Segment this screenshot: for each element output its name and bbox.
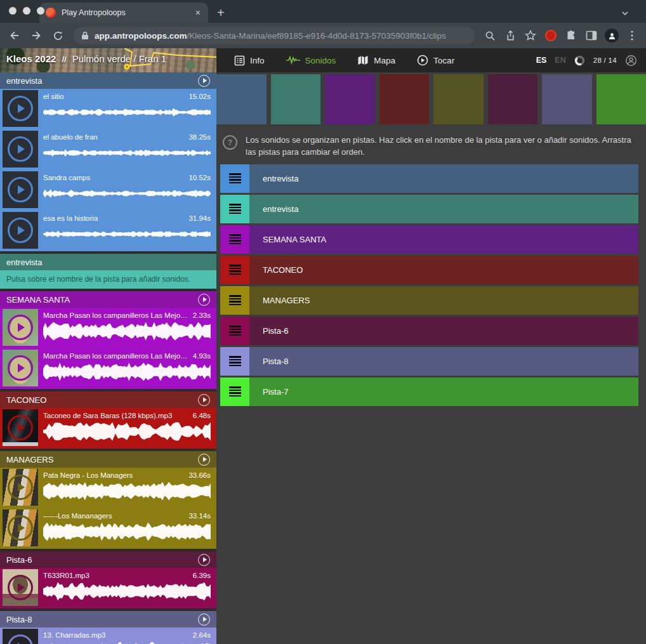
sound-clip[interactable]: Taconeo de Sara Baras (128 kbps).mp3 6.4… [0, 408, 216, 449]
sound-clip[interactable]: Marcha Pasan los campanilleros Las Mejor… [0, 308, 216, 348]
track-row[interactable]: Pista-6 [220, 317, 638, 345]
track-row[interactable]: MANAGERS [220, 286, 638, 315]
share-icon[interactable] [501, 27, 519, 44]
track-header[interactable]: entrevista [0, 254, 216, 270]
track-play-icon[interactable] [198, 614, 210, 626]
clip-play-button[interactable] [8, 218, 33, 243]
track-row[interactable]: entrevista [220, 164, 638, 193]
new-tab-button[interactable]: + [217, 6, 225, 19]
extensions-puzzle-icon[interactable] [562, 27, 580, 44]
lang-es-button[interactable]: ES [536, 56, 547, 65]
track-color-swatch[interactable] [216, 74, 267, 124]
drag-handle-icon[interactable] [220, 164, 249, 193]
sound-clip[interactable]: Sandra camps 10.52s [0, 170, 216, 211]
track-color-swatch[interactable] [271, 74, 321, 124]
clip-play-button[interactable] [8, 634, 33, 644]
drag-handle-icon[interactable] [220, 225, 249, 254]
track-play-icon[interactable] [198, 454, 210, 466]
clip-play-button[interactable] [8, 575, 33, 600]
track-play-icon[interactable] [198, 75, 210, 87]
window-controls[interactable] [9, 7, 44, 15]
track-header[interactable]: SEMANA SANTA [0, 291, 216, 308]
side-panel-icon[interactable] [583, 27, 600, 44]
track-color-swatch[interactable] [379, 74, 430, 124]
track-row[interactable]: Pista-7 [220, 378, 638, 406]
sidebar-track-section: Pista-6 T633R01.mp3 6.39s [0, 551, 216, 608]
drag-handle-icon[interactable] [220, 256, 249, 284]
clip-play-button[interactable] [8, 515, 33, 541]
track-header[interactable]: MANAGERS [0, 451, 216, 468]
reload-icon[interactable] [48, 26, 67, 45]
track-row-name[interactable]: Pista-8 [249, 347, 638, 376]
sound-clip[interactable]: el abuelo de fran 38.25s [0, 129, 216, 170]
track-row-name[interactable]: TACONEO [249, 256, 638, 284]
track-row-name[interactable]: entrevista [249, 195, 638, 223]
project-cover-photo[interactable]: Kleos 2022 // Pulmón verde / Fran 1 [0, 48, 216, 72]
back-icon[interactable] [5, 26, 24, 45]
browser-menu-dots-icon[interactable] [623, 27, 641, 44]
clip-duration: 38.25s [188, 133, 211, 141]
account-icon[interactable] [625, 55, 637, 67]
track-header[interactable]: Pista-8 [0, 611, 216, 628]
track-color-swatch[interactable] [433, 74, 484, 124]
track-color-swatch[interactable] [488, 74, 538, 124]
drag-handle-icon[interactable] [220, 378, 249, 406]
sound-clip[interactable]: 13. Charradas.mp3 2.64s [0, 628, 216, 644]
clip-play-button[interactable] [8, 136, 33, 162]
forward-icon[interactable] [27, 26, 46, 45]
track-row[interactable]: TACONEO [220, 256, 638, 284]
project-title[interactable]: Kleos 2022 [6, 53, 56, 64]
track-play-icon[interactable] [198, 554, 210, 566]
track-row-name[interactable]: MANAGERS [249, 286, 638, 315]
track-row[interactable]: SEMANA SANTA [220, 225, 638, 254]
loop-title: Pulmón verde / Fran 1 [72, 53, 166, 64]
tab-info[interactable]: Info [225, 48, 274, 72]
drag-handle-icon[interactable] [220, 195, 249, 223]
track-header[interactable]: TACONEO [0, 391, 216, 408]
tab-sonidos[interactable]: Sonidos [277, 48, 345, 72]
track-hint: Pulsa sobre el nombre de la pista para a… [0, 270, 216, 289]
clip-play-button[interactable] [8, 315, 33, 340]
drag-handle-icon[interactable] [220, 347, 249, 376]
zoom-page-icon[interactable] [481, 27, 499, 44]
clip-play-button[interactable] [8, 355, 33, 381]
tab-tocar[interactable]: Tocar [408, 48, 463, 72]
track-color-swatch[interactable] [542, 74, 592, 124]
close-window-button[interactable] [9, 7, 16, 15]
sound-clip[interactable]: Marcha Pasan los campanilleros Las Mejor… [0, 348, 216, 389]
sound-clip[interactable]: esa es la historia 31.94s [0, 211, 216, 251]
clip-play-button[interactable] [8, 415, 33, 440]
drag-handle-icon[interactable] [220, 286, 249, 315]
bookmark-star-icon[interactable] [522, 27, 539, 44]
track-header[interactable]: entrevista [0, 72, 216, 89]
clip-play-button[interactable] [8, 475, 33, 500]
address-bar[interactable]: app.antropoloops.com/Kleos-Santa-Marina/… [74, 27, 475, 44]
track-row-name[interactable]: entrevista [249, 164, 638, 193]
track-play-icon[interactable] [198, 394, 210, 406]
track-color-swatch[interactable] [597, 74, 646, 124]
track-header[interactable]: Pista-6 [0, 551, 216, 568]
drag-handle-icon[interactable] [220, 317, 249, 345]
sound-clip[interactable]: ------Los Mananagers 33.14s [0, 508, 216, 549]
profile-avatar[interactable] [603, 27, 621, 44]
track-play-icon[interactable] [198, 294, 210, 306]
tab-search-chevron-icon[interactable] [621, 9, 630, 18]
track-row-name[interactable]: SEMANA SANTA [249, 225, 638, 254]
track-row-name[interactable]: Pista-6 [249, 317, 638, 345]
track-row-name[interactable]: Pista-7 [249, 378, 638, 406]
track-row[interactable]: Pista-8 [220, 347, 638, 376]
sound-clip[interactable]: Pata Negra - Los Managers 33.66s [0, 468, 216, 508]
sound-clip[interactable]: T633R01.mp3 6.39s [0, 568, 216, 608]
zoom-window-button[interactable] [37, 7, 44, 15]
sound-clip[interactable]: el sitio 15.02s [0, 89, 216, 129]
record-extension-icon[interactable] [542, 27, 560, 44]
track-row[interactable]: entrevista [220, 195, 638, 223]
lang-en-button[interactable]: EN [555, 56, 565, 65]
clip-play-button[interactable] [8, 96, 33, 121]
track-color-swatch[interactable] [325, 74, 375, 124]
minimize-window-button[interactable] [23, 7, 30, 15]
tab-close-icon[interactable]: × [194, 7, 202, 18]
browser-tab[interactable]: Play Antropoloops × [39, 3, 208, 23]
tab-mapa[interactable]: Mapa [348, 48, 404, 72]
clip-play-button[interactable] [8, 177, 33, 202]
